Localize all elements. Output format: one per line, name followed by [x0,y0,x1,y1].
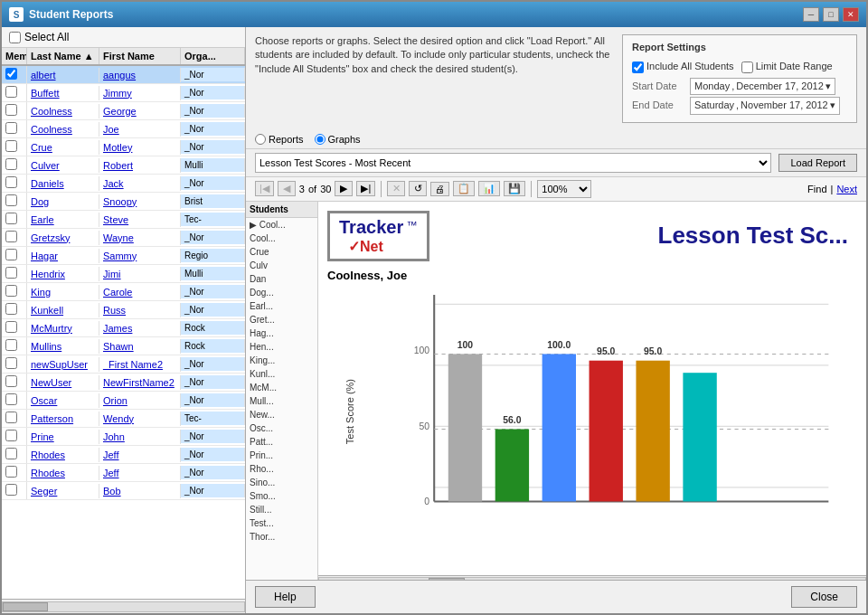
student-first[interactable]: Orion [99,393,181,408]
student-last[interactable]: King [27,285,99,299]
student-last[interactable]: Coolness [27,122,99,137]
table-row[interactable]: Coolness Joe _Nor [2,120,245,138]
student-checkbox[interactable] [5,375,17,387]
print-button[interactable]: 🖨 [430,182,449,196]
table-row[interactable]: Dog Snoopy Brist [2,193,245,211]
student-checkbox[interactable] [5,430,17,441]
student-first[interactable]: Jimi [99,267,181,281]
student-first[interactable]: Shawn [99,339,181,354]
student-first[interactable]: Jimmy [99,86,181,100]
student-last[interactable]: Earle [27,213,99,227]
student-checkbox[interactable] [5,412,17,423]
student-first[interactable]: John [99,430,181,444]
student-first[interactable]: Wendy [99,412,181,426]
end-date-dropdown-icon[interactable]: ▾ [830,99,835,112]
student-last[interactable]: Buffett [27,86,99,100]
student-first[interactable]: _First Name2 [99,357,181,372]
side-nav-item[interactable]: Patt... [246,435,317,449]
student-last[interactable]: newSupUser [27,357,99,372]
save-button[interactable]: 💾 [504,181,525,196]
side-nav-item[interactable]: Gret... [246,313,317,326]
header-org[interactable]: Orga... [181,48,245,64]
table-row[interactable]: Oscar Orion _Nor [2,392,245,410]
side-nav-item[interactable]: Rho... [246,462,317,476]
student-last[interactable]: Crue [27,140,99,155]
maximize-button[interactable]: □ [823,7,839,22]
student-checkbox[interactable] [5,321,17,333]
student-last[interactable]: Kunkell [27,303,99,317]
student-checkbox[interactable] [5,231,17,242]
header-lastname[interactable]: Last Name ▲ [27,48,99,64]
student-first[interactable]: Wayne [99,231,181,245]
student-first[interactable]: Jeff [99,466,181,480]
table-row[interactable]: Mullins Shawn Rock [2,337,245,355]
table-row[interactable]: newSupUser _First Name2 _Nor [2,355,245,374]
report-type-select[interactable]: Lesson Test Scores - Most Recent [255,153,771,173]
copy-button[interactable]: 📋 [453,181,475,196]
student-checkbox[interactable] [5,158,17,170]
student-checkbox[interactable] [5,393,17,405]
table-row[interactable]: Gretzsky Wayne _Nor [2,229,245,247]
student-checkbox[interactable] [5,466,17,478]
student-checkbox[interactable] [5,285,17,297]
next-page-button[interactable]: ▶ [335,181,353,196]
table-row[interactable]: Rhodes Jeff _Nor [2,464,245,482]
start-date-field[interactable]: Monday , December 17, 2012 ▾ [690,78,835,95]
table-row[interactable]: King Carole _Nor [2,283,245,301]
zoom-select[interactable]: 100% 75% 150% [537,180,591,198]
table-row[interactable]: NewUser NewFirstName2 _Nor [2,374,245,392]
table-row[interactable]: Culver Robert Mulli [2,156,245,175]
side-nav-item[interactable]: Test... [246,516,317,530]
side-nav-item[interactable]: Thor... [246,530,317,544]
graphs-radio[interactable] [315,134,326,145]
student-first[interactable]: aangus [99,68,181,82]
table-row[interactable]: Hendrix Jimi Mulli [2,265,245,283]
student-last[interactable]: Rhodes [27,448,99,462]
student-checkbox[interactable] [5,104,17,116]
student-first[interactable]: Steve [99,213,181,227]
student-last[interactable]: Patterson [27,412,99,426]
help-button[interactable]: Help [255,586,316,608]
side-nav-item[interactable]: Osc... [246,421,317,435]
side-nav-item[interactable]: Earl... [246,299,317,313]
side-nav-item[interactable]: ▶ Cool... [246,218,317,232]
student-checkbox[interactable] [5,249,17,260]
report-horizontal-scrollbar[interactable] [318,575,866,580]
student-first[interactable]: Snoopy [99,194,181,209]
student-checkbox[interactable] [5,176,17,188]
table-row[interactable]: Crue Motley _Nor [2,138,245,156]
table-row[interactable]: albert aangus _Nor [2,66,245,84]
student-first[interactable]: Jack [99,176,181,191]
close-window-button[interactable]: ✕ [843,7,859,22]
student-last[interactable]: NewUser [27,375,99,390]
student-last[interactable]: Oscar [27,393,99,408]
table-row[interactable]: Buffett Jimmy _Nor [2,84,245,102]
side-nav-item[interactable]: Mull... [246,394,317,408]
load-report-button[interactable]: Load Report [778,154,857,172]
side-nav-item[interactable]: King... [246,354,317,367]
student-first[interactable]: James [99,321,181,336]
refresh-button[interactable]: ↺ [409,181,427,196]
student-checkbox[interactable] [5,339,17,351]
student-checkbox[interactable] [5,140,17,152]
side-nav-item[interactable]: Dan [246,272,317,286]
student-first[interactable]: Sammy [99,249,181,263]
side-nav-item[interactable]: Sino... [246,476,317,489]
chart-button[interactable]: 📊 [478,181,500,196]
limit-date-checkbox[interactable] [741,62,753,73]
student-last[interactable]: Mullins [27,339,99,354]
table-row[interactable]: Seger Bob _Nor [2,482,245,500]
student-last[interactable]: Prine [27,430,99,444]
student-checkbox[interactable] [5,303,17,315]
student-first[interactable]: Carole [99,285,181,299]
student-checkbox[interactable] [5,267,17,279]
side-nav-item[interactable]: Prin... [246,449,317,462]
close-button[interactable]: Close [791,586,857,608]
student-checkbox[interactable] [5,122,17,134]
student-checkbox[interactable] [5,68,17,80]
table-row[interactable]: Rhodes Jeff _Nor [2,446,245,464]
student-checkbox[interactable] [5,86,17,98]
last-page-button[interactable]: ▶| [356,181,375,196]
table-row[interactable]: Daniels Jack _Nor [2,175,245,193]
table-row[interactable]: Earle Steve Tec- [2,211,245,229]
